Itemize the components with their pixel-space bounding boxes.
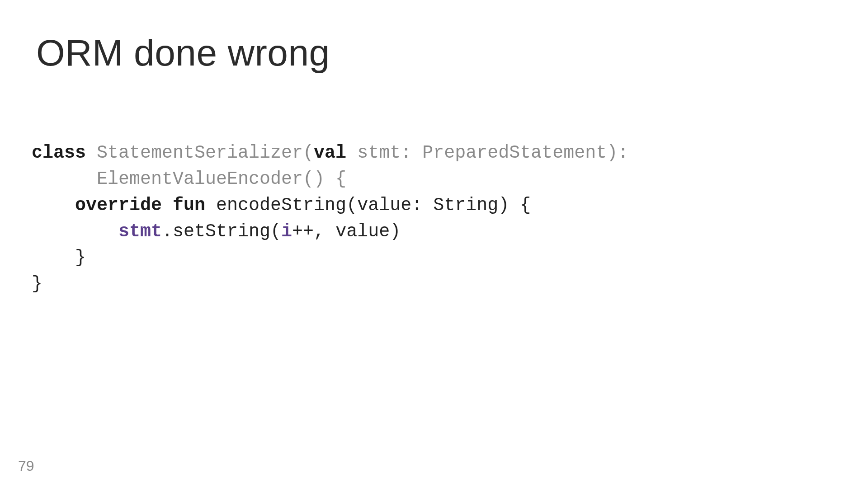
code-block: class StatementSerializer(val stmt: Prep… [32, 140, 628, 297]
code-text: stmt [357, 143, 401, 163]
code-text: StatementSerializer( [97, 143, 314, 163]
code-text [32, 195, 75, 216]
page-number: 79 [18, 458, 34, 474]
property-i: i [281, 221, 292, 242]
code-text: : PreparedStatement): [401, 143, 628, 163]
code-text: ElementValueEncoder() { [32, 169, 346, 189]
slide: ORM done wrong class StatementSerializer… [0, 0, 868, 488]
keyword-override: override [75, 195, 173, 216]
keyword-val: val [314, 143, 357, 163]
code-text: } [32, 274, 42, 294]
property-stmt: stmt [118, 221, 162, 242]
keyword-class: class [32, 143, 97, 163]
code-text: .setString( [162, 221, 281, 242]
slide-title: ORM done wrong [36, 32, 330, 74]
code-text: encodeString(value: String) { [216, 195, 531, 216]
keyword-fun: fun [173, 195, 216, 216]
code-text: ++, value) [292, 221, 401, 242]
code-text [32, 221, 118, 242]
code-text: } [32, 248, 86, 268]
